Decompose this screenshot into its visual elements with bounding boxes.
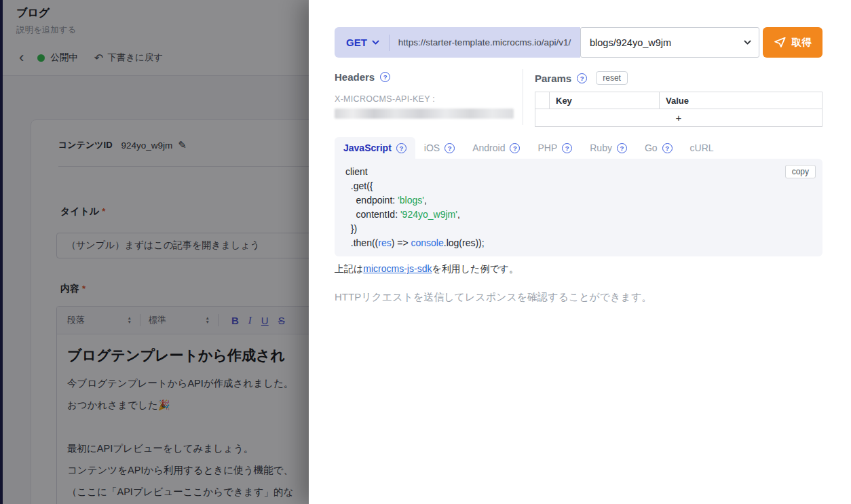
tab-label: PHP (537, 142, 557, 153)
divider (389, 35, 390, 51)
sdk-tabs: JavaScript?iOS?Android?PHP?Ruby?Go?cURL (335, 137, 723, 159)
api-key-value-blurred (335, 109, 514, 119)
tab-curl[interactable]: cURL (681, 137, 723, 159)
tab-ruby[interactable]: Ruby? (581, 137, 636, 159)
chevron-down-icon (744, 40, 751, 45)
help-icon[interactable]: ? (396, 143, 406, 153)
http-method-select[interactable]: GET (346, 37, 367, 48)
code-line: endpoint: 'blogs', (345, 193, 812, 208)
params-table-header: Key Value (535, 92, 822, 109)
api-preview-panel: GET https://starter-template.microcms.io… (309, 0, 851, 504)
fetch-button[interactable]: 取得 (763, 27, 822, 58)
chevron-down-icon[interactable] (372, 40, 379, 45)
tab-ios[interactable]: iOS? (415, 137, 464, 159)
sdk-note: 上記はmicrocms-js-sdkを利用した例です。 (335, 263, 518, 275)
code-line: contentId: '924yo_w9jm', (345, 208, 812, 222)
add-param-button[interactable]: + (535, 109, 822, 126)
headers-title: Headers (335, 71, 375, 83)
tab-label: JavaScript (343, 142, 392, 153)
screen: ブログ 説明を追加する ‹ 公開中 ↶ 下書きに戻す コンテンツID 924yo… (0, 0, 851, 504)
code-line: .get({ (345, 179, 812, 193)
tab-label: Ruby (590, 142, 612, 153)
code-content: client .get({ endpoint: 'blogs', content… (335, 159, 822, 256)
tab-android[interactable]: Android? (464, 137, 529, 159)
reset-params-button[interactable]: reset (596, 71, 628, 85)
params-check-column (535, 92, 550, 109)
tab-go[interactable]: Go? (636, 137, 681, 159)
params-section: Params ? reset Key Value + (535, 71, 822, 127)
tab-javascript[interactable]: JavaScript? (335, 137, 415, 159)
code-line: }) (345, 222, 812, 236)
tab-label: Android (472, 142, 505, 153)
help-icon[interactable]: ? (662, 143, 673, 153)
tab-php[interactable]: PHP? (529, 137, 581, 159)
help-icon[interactable]: ? (562, 143, 572, 153)
help-icon[interactable]: ? (380, 72, 390, 82)
tab-label: Go (645, 142, 658, 153)
params-value-header: Value (660, 92, 822, 109)
method-url-group: GET https://starter-template.microcms.io… (335, 27, 580, 58)
tab-label: cURL (690, 142, 714, 153)
endpoint-select[interactable]: blogs/924yo_w9jm (580, 27, 759, 58)
http-request-description: HTTPリクエストを送信してレスポンスを確認することができます。 (335, 291, 651, 304)
code-line: .then((res) => console.log(res)); (345, 236, 812, 250)
send-icon (774, 37, 786, 47)
code-line: client (345, 165, 812, 179)
params-title: Params (535, 73, 571, 84)
api-key-label: X-MICROCMS-API-KEY : (335, 94, 514, 104)
help-icon[interactable]: ? (445, 143, 455, 153)
code-block: client .get({ endpoint: 'blogs', content… (335, 159, 822, 256)
headers-section: Headers ? X-MICROCMS-API-KEY : (335, 71, 514, 119)
request-bar: GET https://starter-template.microcms.io… (335, 27, 822, 58)
help-icon[interactable]: ? (617, 143, 627, 153)
help-icon[interactable]: ? (577, 73, 587, 83)
params-table: Key Value + (535, 92, 822, 127)
tab-label: iOS (424, 142, 440, 153)
copy-code-button[interactable]: copy (785, 165, 816, 178)
sdk-link[interactable]: microcms-js-sdk (363, 263, 432, 274)
divider (523, 69, 523, 125)
help-icon[interactable]: ? (510, 143, 520, 153)
params-key-header: Key (550, 92, 660, 109)
base-url: https://starter-template.microcms.io/api… (398, 37, 571, 47)
